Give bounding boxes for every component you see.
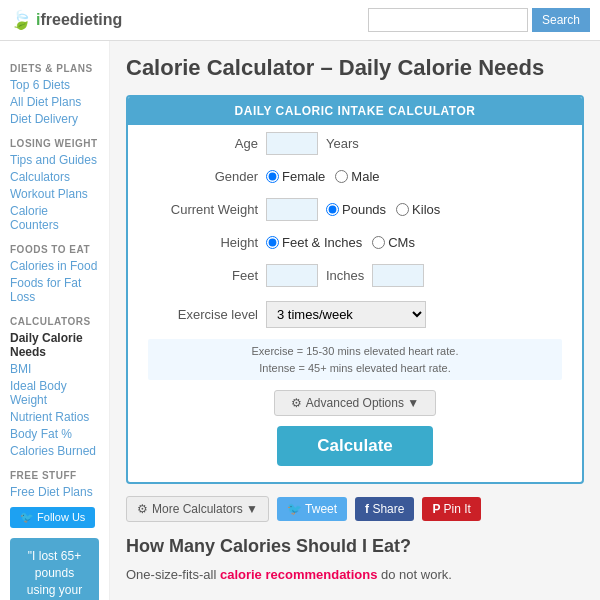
gender-row: Gender Female Male xyxy=(128,162,582,191)
header-search: Search xyxy=(368,8,590,32)
age-row: Age Years xyxy=(128,125,582,162)
feet-label: Feet xyxy=(148,268,258,283)
sidebar: DIETS & PLANS Top 6 Diets All Diet Plans… xyxy=(0,41,110,600)
search-button[interactable]: Search xyxy=(532,8,590,32)
sidebar-item-dietdelivery[interactable]: Diet Delivery xyxy=(10,112,99,126)
height-cms-label[interactable]: CMs xyxy=(372,235,415,250)
exercise-row: Exercise level 3 times/weekSedentary1-2 … xyxy=(128,294,582,335)
sidebar-section-diets: DIETS & PLANS Top 6 Diets All Diet Plans… xyxy=(10,63,99,126)
gender-female-label[interactable]: Female xyxy=(266,169,325,184)
gender-label: Gender xyxy=(148,169,258,184)
gender-female-text: Female xyxy=(282,169,325,184)
height-feet-text: Feet & Inches xyxy=(282,235,362,250)
sidebar-item-bodyfat[interactable]: Body Fat % xyxy=(10,427,99,441)
sidebar-section-title-free: FREE STUFF xyxy=(10,470,99,481)
gender-male-text: Male xyxy=(351,169,379,184)
sidebar-section-title-foods: FOODS TO EAT xyxy=(10,244,99,255)
inches-input[interactable] xyxy=(372,264,424,287)
logo-text: ifreedieting xyxy=(36,11,122,29)
sidebar-item-bmi[interactable]: BMI xyxy=(10,362,99,376)
height-cms-radio[interactable] xyxy=(372,236,385,249)
social-row: More Calculators ▼ 🐦 Tweet Share Pin It xyxy=(126,496,584,522)
height-cms-text: CMs xyxy=(388,235,415,250)
content-section: How Many Calories Should I Eat? One-size… xyxy=(126,536,584,586)
sidebar-section-title-diets: DIETS & PLANS xyxy=(10,63,99,74)
follow-button[interactable]: 🐦 Follow Us xyxy=(10,507,95,528)
gender-female-radio[interactable] xyxy=(266,170,279,183)
sidebar-section-losing: LOSING WEIGHT Tips and Guides Calculator… xyxy=(10,138,99,232)
advanced-options-button[interactable]: Advanced Options ▼ xyxy=(274,390,436,416)
logo-icon: 🍃 xyxy=(10,9,32,31)
height-label: Height xyxy=(148,235,258,250)
height-radio-group: Feet & Inches CMs xyxy=(266,235,415,250)
tweet-button[interactable]: 🐦 Tweet xyxy=(277,497,347,521)
sidebar-section-foods: FOODS TO EAT Calories in Food Foods for … xyxy=(10,244,99,304)
testimonial-box: "I lost 65+ pounds using your calorie ca… xyxy=(10,538,99,600)
weight-label: Current Weight xyxy=(148,202,258,217)
exercise-note: Exercise = 15-30 mins elevated heart rat… xyxy=(148,339,562,380)
gender-radio-group: Female Male xyxy=(266,169,380,184)
section-title: How Many Calories Should I Eat? xyxy=(126,536,584,557)
weight-kilos-label[interactable]: Kilos xyxy=(396,202,440,217)
calculator-box: DAILY CALORIC INTAKE CALCULATOR Age Year… xyxy=(126,95,584,484)
height-feet-label[interactable]: Feet & Inches xyxy=(266,235,362,250)
gear-icon-more xyxy=(137,502,152,516)
sidebar-item-ideal-body[interactable]: Ideal Body Weight xyxy=(10,379,99,407)
calculator-header: DAILY CALORIC INTAKE CALCULATOR xyxy=(128,97,582,125)
logo: 🍃 ifreedieting xyxy=(10,9,122,31)
weight-radio-group: Pounds Kilos xyxy=(326,202,440,217)
feet-inches-row: Feet Inches xyxy=(128,257,582,294)
paragraph-end: do not work. xyxy=(381,567,452,582)
exercise-select[interactable]: 3 times/weekSedentary1-2 times/week5 tim… xyxy=(266,301,426,328)
sidebar-section-calculators: CALCULATORS Daily Calorie Needs BMI Idea… xyxy=(10,316,99,458)
sidebar-item-nutrient[interactable]: Nutrient Ratios xyxy=(10,410,99,424)
exercise-note-line2: Intense = 45+ mins elevated heart rate. xyxy=(259,362,450,374)
sidebar-item-top6diets[interactable]: Top 6 Diets xyxy=(10,78,99,92)
share-button[interactable]: Share xyxy=(355,497,414,521)
testimonial-quote: "I lost 65+ pounds using your calorie ca… xyxy=(27,549,83,600)
sidebar-item-calories-burned[interactable]: Calories Burned xyxy=(10,444,99,458)
main-content: Calorie Calculator – Daily Calorie Needs… xyxy=(110,41,600,600)
sidebar-section-title-losing: LOSING WEIGHT xyxy=(10,138,99,149)
bird-icon: 🐦 xyxy=(20,511,34,523)
age-label: Age xyxy=(148,136,258,151)
sidebar-item-calories-in-food[interactable]: Calories in Food xyxy=(10,259,99,273)
weight-row: Current Weight Pounds Kilos xyxy=(128,191,582,228)
sidebar-item-free-diet-plans[interactable]: Free Diet Plans xyxy=(10,485,99,499)
weight-pounds-text: Pounds xyxy=(342,202,386,217)
sidebar-section-title-calculators: CALCULATORS xyxy=(10,316,99,327)
layout: DIETS & PLANS Top 6 Diets All Diet Plans… xyxy=(0,41,600,600)
feet-input[interactable] xyxy=(266,264,318,287)
bird-icon-tweet: 🐦 xyxy=(287,502,302,516)
more-calculators-button[interactable]: More Calculators ▼ xyxy=(126,496,269,522)
sidebar-section-free: FREE STUFF Free Diet Plans xyxy=(10,470,99,499)
exercise-note-line1: Exercise = 15-30 mins elevated heart rat… xyxy=(252,345,459,357)
sidebar-item-daily-calorie[interactable]: Daily Calorie Needs xyxy=(10,331,99,359)
gear-icon xyxy=(291,396,306,410)
highlight-text: calorie recommendations xyxy=(220,567,378,582)
pinterest-icon xyxy=(432,502,443,516)
weight-pounds-radio[interactable] xyxy=(326,203,339,216)
gender-male-label[interactable]: Male xyxy=(335,169,379,184)
height-row: Height Feet & Inches CMs xyxy=(128,228,582,257)
sidebar-item-calorie-counters[interactable]: Calorie Counters xyxy=(10,204,99,232)
header: 🍃 ifreedieting Search xyxy=(0,0,600,41)
sidebar-item-tips[interactable]: Tips and Guides xyxy=(10,153,99,167)
weight-kilos-radio[interactable] xyxy=(396,203,409,216)
exercise-label: Exercise level xyxy=(148,307,258,322)
sidebar-item-calculators[interactable]: Calculators xyxy=(10,170,99,184)
calculate-button[interactable]: Calculate xyxy=(277,426,433,466)
weight-kilos-text: Kilos xyxy=(412,202,440,217)
height-feet-radio[interactable] xyxy=(266,236,279,249)
pin-button[interactable]: Pin It xyxy=(422,497,480,521)
weight-pounds-label[interactable]: Pounds xyxy=(326,202,386,217)
sidebar-item-alldietplans[interactable]: All Diet Plans xyxy=(10,95,99,109)
sidebar-item-foods-fat-loss[interactable]: Foods for Fat Loss xyxy=(10,276,99,304)
page-title: Calorie Calculator – Daily Calorie Needs xyxy=(126,55,584,81)
sidebar-item-workout[interactable]: Workout Plans xyxy=(10,187,99,201)
age-input[interactable] xyxy=(266,132,318,155)
search-input[interactable] xyxy=(368,8,528,32)
paragraph-start: One-size-fits-all xyxy=(126,567,216,582)
gender-male-radio[interactable] xyxy=(335,170,348,183)
weight-input[interactable] xyxy=(266,198,318,221)
